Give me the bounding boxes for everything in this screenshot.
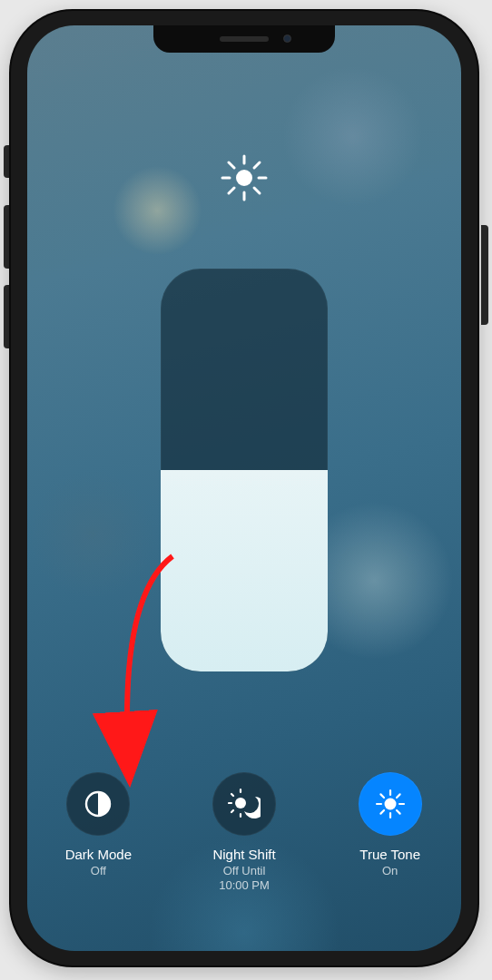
dark-mode-label: Dark Mode: [65, 847, 132, 862]
svg-line-5: [229, 162, 234, 168]
brightness-slider-fill: [161, 470, 328, 671]
svg-line-6: [254, 188, 260, 193]
display-controls-row: Dark Mode Off: [27, 772, 461, 894]
svg-line-8: [229, 188, 234, 193]
svg-point-0: [236, 170, 252, 186]
svg-line-24: [380, 810, 384, 814]
dark-mode-icon: [83, 789, 113, 819]
svg-point-16: [384, 798, 396, 809]
true-tone-label: True Tone: [359, 847, 420, 862]
dark-mode-control: Dark Mode Off: [49, 772, 148, 878]
phone-mute-switch: [4, 145, 11, 178]
front-camera: [283, 34, 291, 43]
brightness-slider[interactable]: [161, 269, 328, 671]
dark-mode-status: Off: [91, 864, 106, 878]
phone-power-button: [481, 225, 488, 325]
night-shift-label: Night Shift: [212, 847, 275, 862]
sun-icon: [219, 152, 270, 203]
true-tone-control: True Tone On: [340, 772, 439, 878]
night-shift-icon: [228, 788, 261, 820]
control-center-brightness-panel: Dark Mode Off: [27, 25, 461, 951]
svg-line-21: [380, 794, 384, 798]
night-shift-control: Night Shift Off Until 10:00 PM: [195, 772, 294, 894]
true-tone-button[interactable]: [359, 772, 422, 836]
svg-line-7: [254, 162, 260, 168]
phone-volume-down: [4, 285, 11, 348]
brightness-icon: [219, 152, 270, 203]
night-shift-button[interactable]: [212, 772, 276, 836]
earpiece-speaker: [220, 36, 269, 42]
dark-mode-button[interactable]: [66, 772, 130, 836]
svg-line-13: [231, 794, 233, 796]
svg-line-23: [397, 794, 400, 798]
night-shift-status: Off Until 10:00 PM: [219, 864, 270, 894]
svg-point-10: [235, 798, 246, 808]
phone-frame: Dark Mode Off: [11, 11, 477, 965]
true-tone-status: On: [382, 864, 398, 878]
phone-volume-up: [4, 205, 11, 269]
svg-line-14: [231, 810, 233, 812]
true-tone-icon: [374, 788, 407, 820]
phone-screen: Dark Mode Off: [27, 25, 461, 951]
phone-notch: [153, 25, 335, 53]
svg-line-22: [397, 810, 400, 814]
